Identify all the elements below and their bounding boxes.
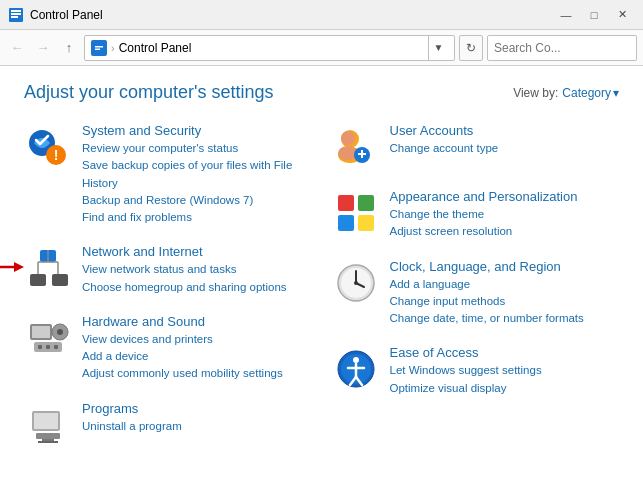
hardware-sound-icon <box>24 314 72 362</box>
svg-text:!: ! <box>54 147 59 163</box>
hardware-sound-link-3[interactable]: Adjust commonly used mobility settings <box>82 365 312 382</box>
system-security-link-1[interactable]: Review your computer's status <box>82 140 312 157</box>
view-by-value-text: Category <box>562 86 611 100</box>
svg-rect-40 <box>358 195 374 211</box>
svg-rect-13 <box>52 274 68 286</box>
svg-rect-31 <box>38 441 58 443</box>
user-accounts-content: User Accounts Change account type <box>390 123 620 157</box>
minimize-button[interactable]: — <box>553 5 579 25</box>
svg-rect-28 <box>34 413 58 429</box>
svg-rect-4 <box>94 43 104 53</box>
page-title: Adjust your computer's settings <box>24 82 274 103</box>
system-security-content: System and Security Review your computer… <box>82 123 312 226</box>
view-by-dropdown[interactable]: Category ▾ <box>562 86 619 100</box>
programs-link-1[interactable]: Uninstall a program <box>82 418 312 435</box>
hardware-sound-content: Hardware and Sound View devices and prin… <box>82 314 312 383</box>
ease-of-access-icon <box>332 345 380 393</box>
svg-point-22 <box>57 329 63 335</box>
app-icon <box>8 7 24 23</box>
svg-rect-2 <box>11 16 18 18</box>
svg-point-34 <box>341 131 355 145</box>
appearance-link-2[interactable]: Adjust screen resolution <box>390 223 620 240</box>
svg-rect-24 <box>38 345 42 349</box>
search-box: 🔍 <box>487 35 637 61</box>
view-by-control: View by: Category ▾ <box>513 86 619 100</box>
clock-language-icon <box>332 259 380 307</box>
forward-button[interactable]: → <box>32 37 54 59</box>
user-accounts-icon <box>332 123 380 171</box>
system-security-link-2[interactable]: Save backup copies of your files with Fi… <box>82 157 312 192</box>
svg-marker-11 <box>14 262 24 272</box>
categories-grid: ! System and Security Review your comput… <box>24 123 619 467</box>
user-accounts-link-1[interactable]: Change account type <box>390 140 620 157</box>
category-user-accounts: User Accounts Change account type <box>332 123 620 171</box>
clock-language-link-3[interactable]: Change date, time, or number formats <box>390 310 620 327</box>
view-by-label: View by: <box>513 86 558 100</box>
right-column: User Accounts Change account type Appear… <box>332 123 620 467</box>
ease-of-access-link-1[interactable]: Let Windows suggest settings <box>390 362 620 379</box>
address-dropdown-button[interactable]: ▼ <box>428 35 448 61</box>
ease-of-access-link-2[interactable]: Optimize visual display <box>390 380 620 397</box>
svg-rect-26 <box>54 345 58 349</box>
programs-title[interactable]: Programs <box>82 401 312 416</box>
path-text: Control Panel <box>119 41 192 55</box>
svg-rect-39 <box>338 195 354 211</box>
svg-rect-41 <box>338 215 354 231</box>
system-security-title[interactable]: System and Security <box>82 123 312 138</box>
hardware-sound-link-1[interactable]: View devices and printers <box>82 331 312 348</box>
clock-language-link-2[interactable]: Change input methods <box>390 293 620 310</box>
category-hardware-sound: Hardware and Sound View devices and prin… <box>24 314 312 383</box>
network-internet-content: Network and Internet View network status… <box>82 244 312 296</box>
system-security-link-3[interactable]: Backup and Restore (Windows 7) <box>82 192 312 209</box>
category-system-security: ! System and Security Review your comput… <box>24 123 312 226</box>
user-accounts-title[interactable]: User Accounts <box>390 123 620 138</box>
network-internet-title[interactable]: Network and Internet <box>82 244 312 259</box>
clock-language-title[interactable]: Clock, Language, and Region <box>390 259 620 274</box>
hardware-sound-title[interactable]: Hardware and Sound <box>82 314 312 329</box>
category-appearance: Appearance and Personalization Change th… <box>332 189 620 241</box>
system-security-link-4[interactable]: Find and fix problems <box>82 209 312 226</box>
view-by-arrow-icon: ▾ <box>613 86 619 100</box>
svg-rect-25 <box>46 345 50 349</box>
svg-rect-20 <box>32 326 50 338</box>
svg-rect-42 <box>358 215 374 231</box>
system-security-icon: ! <box>24 123 72 171</box>
hardware-sound-link-2[interactable]: Add a device <box>82 348 312 365</box>
title-bar-text: Control Panel <box>30 8 553 22</box>
maximize-button[interactable]: □ <box>581 5 607 25</box>
search-input[interactable] <box>494 41 643 55</box>
svg-rect-29 <box>36 433 60 439</box>
ease-of-access-title[interactable]: Ease of Access <box>390 345 620 360</box>
address-path: › Control Panel ▼ <box>84 35 455 61</box>
title-bar: Control Panel — □ ✕ <box>0 0 643 30</box>
appearance-icon <box>332 189 380 237</box>
programs-content: Programs Uninstall a program <box>82 401 312 435</box>
ease-of-access-content: Ease of Access Let Windows suggest setti… <box>390 345 620 397</box>
clock-language-link-1[interactable]: Add a language <box>390 276 620 293</box>
svg-rect-38 <box>361 150 363 158</box>
network-internet-link-1[interactable]: View network status and tasks <box>82 261 312 278</box>
path-icon <box>91 40 107 56</box>
svg-point-47 <box>354 281 358 285</box>
up-button[interactable]: ↑ <box>58 37 80 59</box>
network-internet-icon <box>24 244 72 292</box>
window-controls: — □ ✕ <box>553 5 635 25</box>
category-clock-language: Clock, Language, and Region Add a langua… <box>332 259 620 328</box>
svg-rect-5 <box>95 46 103 48</box>
network-internet-link-2[interactable]: Choose homegroup and sharing options <box>82 279 312 296</box>
appearance-content: Appearance and Personalization Change th… <box>390 189 620 241</box>
category-network-internet: Network and Internet View network status… <box>24 244 312 296</box>
path-separator: › <box>111 42 115 54</box>
arrow-indicator <box>0 256 24 281</box>
close-button[interactable]: ✕ <box>609 5 635 25</box>
svg-rect-1 <box>11 13 21 15</box>
appearance-link-1[interactable]: Change the theme <box>390 206 620 223</box>
refresh-button[interactable]: ↻ <box>459 35 483 61</box>
page-header: Adjust your computer's settings View by:… <box>24 82 619 103</box>
svg-rect-12 <box>30 274 46 286</box>
main-content: Adjust your computer's settings View by:… <box>0 66 643 483</box>
category-ease-of-access: Ease of Access Let Windows suggest setti… <box>332 345 620 397</box>
back-button[interactable]: ← <box>6 37 28 59</box>
appearance-title[interactable]: Appearance and Personalization <box>390 189 620 204</box>
programs-icon <box>24 401 72 449</box>
